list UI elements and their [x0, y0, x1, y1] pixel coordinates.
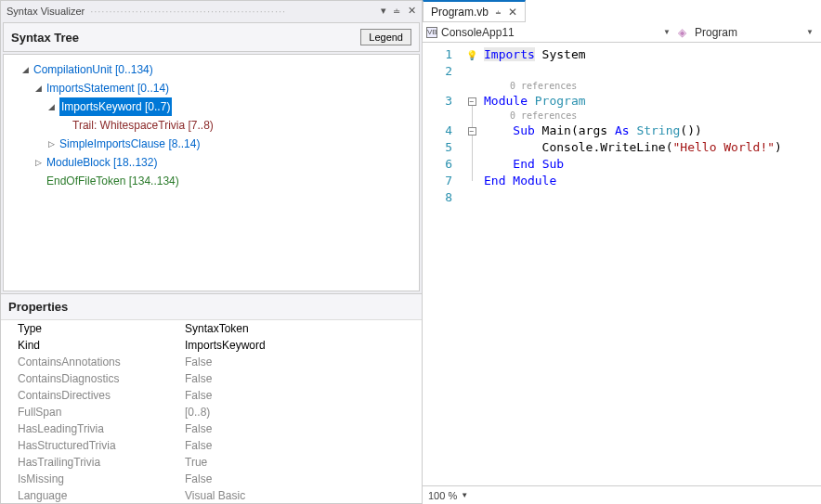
prop-row: LanguageVisual Basic [1, 487, 422, 503]
tree-node[interactable]: ◢CompilationUnit [0..134) [7, 60, 415, 79]
prop-row: FullSpan[0..8) [1, 404, 422, 420]
dropdown-icon[interactable]: ▾ [381, 5, 386, 17]
syntax-tree-label: Syntax Tree [11, 31, 79, 45]
prop-row: TypeSyntaxToken [1, 320, 422, 337]
codelens[interactable]: 0 references [484, 80, 821, 93]
prop-row: HasLeadingTriviaFalse [1, 420, 422, 437]
syntax-visualizer-panel: Syntax Visualizer ······················… [0, 0, 423, 504]
panel-titlebar: Syntax Visualizer ······················… [1, 1, 422, 20]
tab-program[interactable]: Program.vb ⫨ ✕ [423, 0, 526, 22]
code-editor[interactable]: 1 2 3 4 5 6 7 8 💡 − − Imports System 0 r… [423, 43, 821, 485]
project-icon: VB [426, 27, 437, 38]
line-numbers: 1 2 3 4 5 6 7 8 [423, 43, 460, 485]
prop-row: ContainsDiagnosticsFalse [1, 370, 422, 387]
pin-icon[interactable]: ⫨ [494, 7, 502, 17]
expander-icon[interactable]: ▷ [46, 139, 56, 149]
properties-grid[interactable]: TypeSyntaxToken KindImportsKeyword Conta… [1, 319, 422, 503]
expander-icon[interactable]: ◢ [20, 65, 30, 74]
tree-node[interactable]: ▷ModuleBlock [18..132) [7, 153, 415, 172]
fold-toggle[interactable]: − [468, 97, 476, 106]
codelens[interactable]: 0 references [484, 110, 821, 123]
lightbulb-icon[interactable]: 💡 [466, 50, 477, 60]
editor-panel: Program.vb ⫨ ✕ VB ConsoleApp11 ▼ ◈ Progr… [423, 0, 821, 504]
code-content[interactable]: Imports System 0 references Module Progr… [484, 43, 821, 485]
nav-bar: VB ConsoleApp11 ▼ ◈ Program ▼ [423, 22, 821, 43]
project-dropdown[interactable]: VB ConsoleApp11 ▼ [426, 26, 674, 39]
legend-button[interactable]: Legend [360, 29, 411, 45]
prop-row: ContainsDirectivesFalse [1, 387, 422, 404]
prop-row: IsMissingFalse [1, 471, 422, 487]
tree-node[interactable]: ◢Trail: WhitespaceTrivia [7..8) [7, 116, 415, 135]
fold-column: 💡 − − [460, 43, 484, 485]
fold-toggle[interactable]: − [468, 127, 476, 136]
member-dropdown[interactable]: ◈ Program ▼ [678, 26, 817, 39]
panel-title-text: Syntax Visualizer [7, 6, 85, 17]
chevron-down-icon: ▼ [663, 28, 671, 36]
prop-row: HasStructuredTriviaFalse [1, 437, 422, 454]
zoom-level[interactable]: 100 % [428, 490, 457, 501]
module-icon: ◈ [678, 26, 691, 39]
expander-icon[interactable]: ◢ [46, 102, 56, 111]
expander-icon[interactable]: ◢ [33, 84, 43, 93]
tree-node[interactable]: ▷SimpleImportsClause [8..14) [7, 135, 415, 153]
zoom-bar: 100 % ▼ [423, 485, 821, 504]
pin-icon[interactable]: ⫨ [392, 5, 402, 17]
chevron-down-icon: ▼ [806, 28, 814, 36]
chevron-down-icon[interactable]: ▼ [461, 491, 468, 499]
syntax-tree-header: Syntax Tree Legend [3, 22, 420, 52]
expander-icon[interactable]: ▷ [33, 158, 43, 167]
tree-node[interactable]: ◢ImportsStatement [0..14) [7, 79, 415, 97]
tab-label: Program.vb [431, 6, 489, 19]
properties-header: Properties [1, 293, 422, 319]
panel-grip[interactable]: ········································… [90, 6, 375, 17]
prop-row: ContainsAnnotationsFalse [1, 354, 422, 370]
prop-row: HasTrailingTriviaTrue [1, 454, 422, 471]
close-icon[interactable]: ✕ [408, 5, 416, 17]
tree-node[interactable]: ▷EndOfFileToken [134..134) [7, 172, 415, 190]
tab-bar: Program.vb ⫨ ✕ [423, 0, 821, 22]
prop-row: KindImportsKeyword [1, 337, 422, 354]
close-icon[interactable]: ✕ [508, 6, 517, 19]
tree-node-selected[interactable]: ◢ImportsKeyword [0..7) [7, 97, 415, 116]
syntax-tree[interactable]: ◢CompilationUnit [0..134) ◢ImportsStatem… [3, 54, 420, 291]
